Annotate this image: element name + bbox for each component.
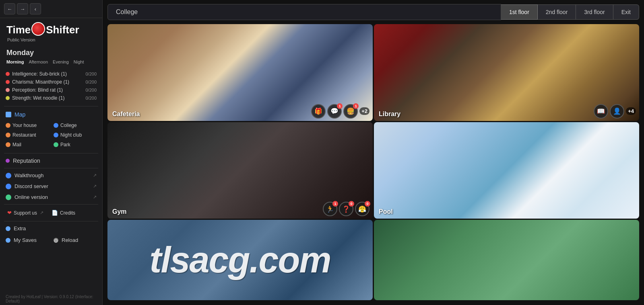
location-label: College bbox=[107, 4, 501, 20]
extra-icon bbox=[6, 226, 10, 231]
support-us-link[interactable]: ❤ Support us ↗ bbox=[4, 208, 47, 218]
tab-morning[interactable]: Morning bbox=[5, 59, 25, 65]
saves-reload-row: My Saves ⚙ Reload bbox=[0, 234, 102, 246]
loc-label-night-club: Night club bbox=[60, 132, 82, 138]
version-text: Created by HotLeaf | Version: 0.9.0.12 (… bbox=[0, 293, 102, 305]
external-icon-support: ↗ bbox=[40, 210, 43, 215]
stat-dot-charisma bbox=[6, 80, 10, 84]
extra-label: Extra bbox=[14, 225, 26, 231]
library-book-icon[interactable]: 📖 bbox=[594, 104, 608, 119]
discord-link[interactable]: Discord server ↗ bbox=[0, 181, 102, 192]
floor-2-button[interactable]: 2nd floor bbox=[538, 4, 576, 20]
extra-link[interactable]: Extra bbox=[0, 223, 102, 234]
location-college[interactable]: College bbox=[52, 121, 98, 130]
room-locker[interactable]: tlsacg.com bbox=[107, 220, 373, 300]
reload-label: Reload bbox=[62, 237, 78, 243]
loc-dot-park bbox=[54, 142, 58, 147]
cafeteria-food-icon[interactable]: 🍔 1 bbox=[343, 104, 358, 119]
stat-strength: Strength: Wet noodle (1) 0/200 bbox=[4, 94, 98, 102]
room-cafeteria[interactable]: Cafeteria 🎁 💬 1 🍔 1 +2 bbox=[107, 24, 373, 121]
online-label: Online version bbox=[14, 194, 48, 200]
room-pool[interactable]: Pool bbox=[374, 122, 639, 219]
external-icon-discord: ↗ bbox=[93, 184, 97, 189]
room-label-library: Library bbox=[379, 111, 400, 118]
question-badge: 0 bbox=[349, 201, 354, 207]
logo-shifter: Shifter bbox=[46, 25, 79, 35]
divider-5 bbox=[4, 221, 98, 221]
stat-label-charisma: Charisma: Misanthrope (1) bbox=[12, 79, 69, 85]
gym-run-icon[interactable]: 🏃 1 bbox=[323, 202, 337, 216]
my-saves-link[interactable]: My Saves bbox=[4, 235, 50, 245]
location-park[interactable]: Park bbox=[52, 140, 98, 149]
discord-icon bbox=[6, 184, 11, 189]
credits-link[interactable]: 📄 Credits bbox=[48, 208, 78, 218]
room-icons-gym: 🏃 1 ❓ 0 😤 0 bbox=[323, 202, 369, 216]
room-label-pool: Pool bbox=[379, 208, 393, 215]
extra-saves-section: Extra My Saves ⚙ Reload bbox=[0, 223, 102, 246]
gym-angry-icon[interactable]: 😤 0 bbox=[355, 202, 369, 216]
forward-button[interactable]: → bbox=[17, 3, 28, 14]
loc-label-college: College bbox=[60, 123, 77, 128]
walkthrough-label: Walkthrough bbox=[14, 172, 44, 178]
stat-value-intelligence: 0/200 bbox=[85, 72, 97, 76]
room-extra[interactable] bbox=[374, 220, 639, 300]
watermark-container: tlsacg.com bbox=[107, 220, 373, 300]
loc-dot-your-house bbox=[6, 123, 10, 128]
location-mail[interactable]: Mail bbox=[4, 140, 50, 149]
loc-label-restaurant: Restaurant bbox=[12, 132, 36, 138]
reputation-dot bbox=[6, 159, 10, 163]
gym-question-icon[interactable]: ❓ 0 bbox=[339, 202, 353, 216]
stat-label-intelligence: Intelligence: Sub-brick (1) bbox=[12, 71, 67, 77]
divider-4 bbox=[4, 204, 98, 205]
reload-link[interactable]: ⚙ Reload bbox=[52, 235, 98, 245]
cafeteria-gift-icon[interactable]: 🎁 bbox=[311, 104, 326, 119]
map-icon bbox=[6, 112, 11, 117]
locations-grid: Your house College Restaurant Night club… bbox=[0, 120, 102, 151]
stat-label-strength: Strength: Wet noodle (1) bbox=[12, 95, 65, 101]
top-bar: College 1st floor 2nd floor 3rd floor Ex… bbox=[103, 0, 644, 24]
credits-label: Credits bbox=[60, 210, 75, 216]
room-icons-cafeteria: 🎁 💬 1 🍔 1 +2 bbox=[311, 104, 369, 119]
divider-1 bbox=[4, 106, 98, 106]
stat-value-strength: 0/200 bbox=[85, 96, 97, 100]
floor-1-button[interactable]: 1st floor bbox=[501, 4, 538, 20]
tab-evening[interactable]: Evening bbox=[51, 59, 70, 65]
external-icon-walkthrough: ↗ bbox=[93, 173, 97, 178]
sidebar: ← → ‹ TimeShifter Public Version Monday … bbox=[0, 0, 103, 305]
map-link[interactable]: Map bbox=[0, 109, 102, 120]
cafeteria-chat-icon[interactable]: 💬 1 bbox=[327, 104, 342, 119]
heart-icon: ❤ bbox=[7, 210, 12, 216]
rooms-grid: Cafeteria 🎁 💬 1 🍔 1 +2 Library bbox=[103, 24, 644, 305]
walkthrough-link[interactable]: Walkthrough ↗ bbox=[0, 170, 102, 181]
sidebar-navigation: ← → ‹ bbox=[0, 0, 102, 18]
loc-label-your-house: Your house bbox=[12, 123, 37, 128]
location-your-house[interactable]: Your house bbox=[4, 121, 50, 130]
room-label-cafeteria: Cafeteria bbox=[112, 111, 140, 118]
online-icon bbox=[6, 194, 11, 200]
location-restaurant[interactable]: Restaurant bbox=[4, 131, 50, 139]
floor-3-button[interactable]: 3rd floor bbox=[576, 4, 613, 20]
tab-afternoon[interactable]: Afternoon bbox=[27, 59, 50, 65]
support-us-label: Support us bbox=[14, 210, 37, 216]
tab-night[interactable]: Night bbox=[72, 59, 86, 65]
saves-label: My Saves bbox=[14, 237, 37, 243]
watermark-text: tlsacg.com bbox=[149, 239, 330, 281]
loc-dot-restaurant bbox=[6, 133, 10, 137]
library-person-icon[interactable]: 👤 bbox=[610, 104, 624, 119]
bottom-links: ❤ Support us ↗ 📄 Credits bbox=[0, 206, 102, 219]
discord-label: Discord server bbox=[14, 183, 48, 189]
room-library[interactable]: Library 📖 👤 +4 bbox=[374, 24, 639, 121]
reputation-link[interactable]: Reputation bbox=[0, 155, 102, 166]
exit-button[interactable]: Exit bbox=[613, 4, 639, 20]
map-label: Map bbox=[14, 111, 25, 118]
library-extra-count: +4 bbox=[626, 107, 636, 115]
back-button[interactable]: ← bbox=[4, 3, 15, 14]
online-version-link[interactable]: Online version ↗ bbox=[0, 192, 102, 203]
stat-value-charisma: 0/200 bbox=[85, 80, 97, 84]
chat-badge: 1 bbox=[337, 103, 343, 109]
external-icon-online: ↗ bbox=[93, 194, 97, 200]
collapse-button[interactable]: ‹ bbox=[30, 3, 41, 14]
location-night-club[interactable]: Night club bbox=[52, 131, 98, 139]
stat-dot-strength bbox=[6, 96, 10, 100]
room-gym[interactable]: Gym 🏃 1 ❓ 0 😤 0 bbox=[107, 122, 373, 219]
